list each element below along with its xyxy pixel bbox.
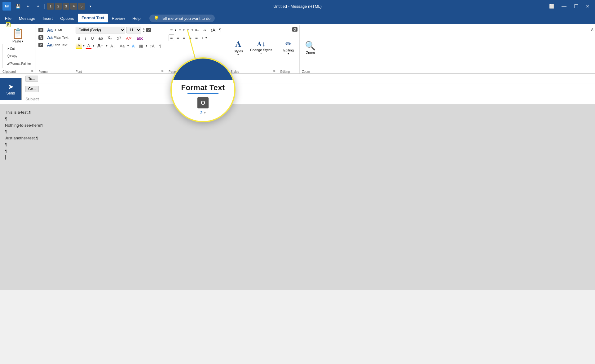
show-para-button[interactable]: ¶ — [157, 43, 163, 49]
menu-message[interactable]: Message — [15, 14, 39, 23]
font-size-select[interactable]: 11 — [126, 27, 141, 33]
font-shrink-button[interactable]: A↓ — [108, 43, 117, 49]
cut-button[interactable]: ✂ Cut — [5, 45, 17, 52]
menu-format-text[interactable]: Format Text — [78, 14, 108, 23]
menu-insert[interactable]: Insert — [39, 14, 57, 23]
font-expand-btn[interactable]: ⧉ — [161, 69, 163, 73]
multilevel-dropdown[interactable]: ▾ — [192, 29, 193, 32]
show-formatting-button[interactable]: ¶ — [218, 27, 223, 33]
editing-dropdown-arrow[interactable]: ▾ — [288, 52, 289, 55]
numbering-dropdown[interactable]: ▾ — [183, 29, 185, 32]
font-size-down-icon[interactable]: ▼ — [143, 30, 145, 33]
send-button[interactable]: ➤ Send — [0, 78, 22, 100]
change-case-dropdown[interactable]: ▾ — [127, 44, 129, 47]
justify-button[interactable]: ≡ — [187, 34, 193, 41]
to-input[interactable] — [41, 76, 591, 82]
align-right-button[interactable]: ≡ — [181, 34, 187, 41]
font-size-up-icon[interactable]: ▲ — [143, 27, 145, 30]
bold-button[interactable]: B — [76, 35, 82, 41]
menu-review[interactable]: Review — [108, 14, 129, 23]
line-spacing-button[interactable]: ↕ — [200, 35, 205, 41]
font-family-select[interactable]: Calibri (Body) — [76, 27, 125, 33]
restore-ribbon-btn[interactable]: ⬜ — [546, 2, 557, 11]
subscript-button[interactable]: X2 — [106, 35, 114, 42]
decrease-indent-button[interactable]: ⇤ — [194, 27, 201, 33]
align-left-button[interactable]: ≡ — [169, 34, 174, 41]
align-center-button[interactable]: ≡ — [175, 34, 180, 41]
italic-button[interactable]: I — [83, 35, 88, 41]
strikethrough-button[interactable]: ab — [97, 35, 105, 41]
zoom-button[interactable]: 🔍 Zoom — [302, 39, 319, 56]
title-bar: ✉ 💾 ↩ ↪ | 1 2 3 4 5 ▾ Untitled - Message… — [0, 0, 595, 12]
ribbon-collapse-icon[interactable]: ∧ — [591, 27, 594, 32]
font-size-arrows[interactable]: ▲ ▼ — [143, 27, 145, 33]
tell-me-search[interactable]: 💡 Tell me what you want to do — [149, 15, 215, 22]
to-button[interactable]: To... — [25, 76, 38, 82]
distribute-button[interactable]: ≡ — [194, 34, 199, 41]
format-painter-button[interactable]: 🖌 Format Painter — [5, 60, 33, 67]
zoom-number: 2 — [200, 110, 203, 115]
editing-button[interactable]: ✏ Editing ▾ — [280, 38, 297, 57]
styles-expand-btn[interactable]: ⧉ — [273, 69, 275, 73]
qat-step-1[interactable]: 1 — [47, 3, 54, 10]
cc-input[interactable] — [41, 86, 591, 92]
change-styles-dropdown-arrow[interactable]: ▾ — [260, 52, 262, 55]
change-styles-button[interactable]: 𝐀↓ Change Styles ▾ — [247, 38, 275, 56]
increase-indent-button[interactable]: ⇥ — [201, 27, 208, 33]
menu-file[interactable]: File F — [1, 14, 15, 23]
qat-save[interactable]: 💾 — [14, 2, 22, 11]
body-line-1: This·is·a·test.¶ — [5, 109, 590, 116]
copy-button[interactable]: ⬡ Copy — [5, 53, 19, 59]
subject-input[interactable] — [41, 96, 591, 102]
menu-options[interactable]: Options — [56, 14, 78, 23]
format-plain-row: N Aa Plain Text — [38, 34, 70, 41]
qat-step-5[interactable]: 5 — [78, 3, 85, 10]
sort-button[interactable]: ↕A — [148, 43, 156, 49]
styles-button[interactable]: 𝐀 Styles ▾ — [231, 37, 246, 58]
change-case-button[interactable]: Aa — [118, 43, 126, 49]
highlight-button[interactable]: A — [76, 43, 82, 49]
qat-step-3[interactable]: 3 — [63, 3, 69, 10]
font-color-button[interactable]: A — [86, 43, 92, 49]
font-color-dropdown[interactable]: ▾ — [93, 44, 94, 47]
qat-undo[interactable]: ↩ — [24, 2, 32, 11]
ribbon-collapse[interactable]: ∧ — [589, 25, 595, 73]
shading-dropdown[interactable]: ▾ — [146, 44, 147, 47]
superscript-button[interactable]: X2 — [115, 35, 123, 42]
para-sort-button[interactable]: ↕A — [209, 27, 217, 33]
cc-button[interactable]: Cc... — [25, 86, 39, 92]
font-grow-button[interactable]: A↑ — [95, 42, 105, 49]
maximize-btn[interactable]: ☐ — [571, 2, 581, 11]
numbering-button[interactable]: ≡ — [177, 27, 183, 33]
title-bar-left: ✉ 💾 ↩ ↪ | 1 2 3 4 5 ▾ — [2, 2, 95, 11]
abc-button[interactable]: abc — [135, 35, 145, 41]
qat-step-4[interactable]: 4 — [70, 3, 77, 10]
clipboard-expand-btn[interactable]: ⧉ — [31, 69, 33, 73]
qat-customize[interactable]: ▾ — [86, 2, 95, 11]
shading-button[interactable]: ▦ — [137, 43, 145, 49]
format-label: Format — [38, 69, 48, 73]
line-spacing-dropdown[interactable]: ▾ — [205, 36, 207, 39]
qat-step-2[interactable]: 2 — [55, 3, 62, 10]
clear-format-button[interactable]: A✕ — [124, 35, 134, 41]
send-icon: ➤ — [8, 82, 14, 91]
plain-text-button[interactable]: Aa Plain Text — [45, 34, 70, 41]
menu-help[interactable]: Help — [129, 14, 144, 23]
html-button[interactable]: Aa HTML — [45, 27, 65, 33]
bullets-dropdown[interactable]: ▾ — [175, 29, 176, 32]
message-body[interactable]: This·is·a·test.¶ ¶ Nothing·to·see·here!¶… — [0, 104, 595, 290]
paste-dropdown-arrow[interactable]: ▾ — [22, 40, 23, 43]
rich-text-button[interactable]: Aa Rich Text — [45, 42, 69, 48]
multilevel-button[interactable]: ≡ — [185, 27, 191, 33]
qat-steps: 1 2 3 4 5 — [47, 3, 85, 10]
styles-dropdown-arrow[interactable]: ▾ — [237, 53, 239, 56]
text-effects-button[interactable]: A — [130, 43, 136, 49]
qat-redo[interactable]: ↪ — [33, 2, 42, 11]
paste-button[interactable]: 📋 Paste ▾ — [10, 27, 26, 44]
highlight-dropdown[interactable]: ▾ — [83, 44, 85, 47]
close-btn[interactable]: ✕ — [583, 2, 593, 11]
font-grow-dropdown[interactable]: ▾ — [106, 44, 108, 47]
underline-button[interactable]: U — [89, 35, 95, 41]
minimize-btn[interactable]: — — [558, 2, 570, 11]
bullets-button[interactable]: ≡ — [169, 27, 174, 33]
